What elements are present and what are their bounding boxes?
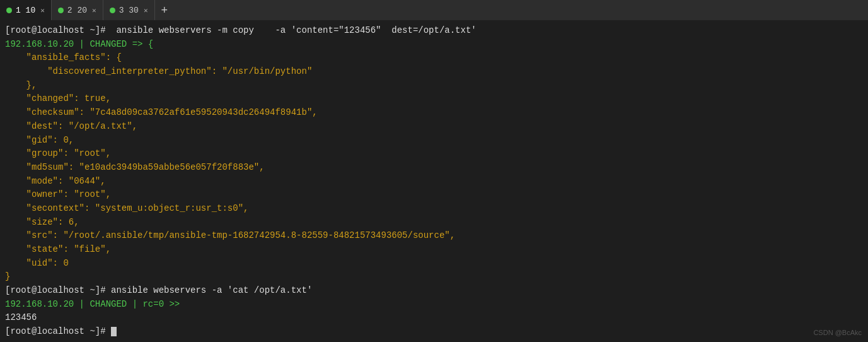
terminal-line: "size": 6, [5,216,863,230]
tab-2-close[interactable]: ✕ [92,6,96,15]
terminal-line: "dest": "/opt/a.txt", [5,120,863,134]
tab-1[interactable]: 1 10 ✕ [0,0,52,20]
tab-2-dot [58,8,64,13]
tab-2-label: 2 20 [67,6,87,15]
terminal-line: }, [5,79,863,93]
terminal-line: [root@localhost ~]# ansible webservers -… [5,284,863,298]
terminal-line: 123456 [5,311,863,325]
terminal: [root@localhost ~]# ansible webservers -… [0,20,868,342]
tab-1-dot [6,8,12,13]
terminal-line: "owner": "root", [5,188,863,202]
terminal-line: "uid": 0 [5,257,863,271]
tab-3-label: 3 30 [119,6,139,15]
cursor [111,327,117,336]
terminal-line: "changed": true, [5,92,863,106]
terminal-line: "src": "/root/.ansible/tmp/ansible-tmp-1… [5,229,863,243]
terminal-line: "group": "root", [5,147,863,161]
terminal-line: "ansible_facts": { [5,51,863,65]
tab-1-close[interactable]: ✕ [40,6,45,15]
terminal-line: "discovered_interpreter_python": "/usr/b… [5,65,863,79]
terminal-line: 192.168.10.20 | CHANGED => { [5,38,863,52]
watermark: CSDN @BcAkc [813,327,862,338]
tab-3-dot [110,8,115,13]
terminal-line: [root@localhost ~]# [5,325,863,339]
tab-1-label: 1 10 [16,6,35,15]
terminal-line: "mode": "0644", [5,175,863,189]
terminal-line: 192.168.10.20 | CHANGED | rc=0 >> [5,298,863,312]
terminal-line: "gid": 0, [5,134,863,148]
tab-2[interactable]: 2 20 ✕ [52,0,103,20]
terminal-line: "secontext": "system_u:object_r:usr_t:s0… [5,202,863,216]
tab-3-close[interactable]: ✕ [144,6,148,15]
terminal-line: [root@localhost ~]# ansible webservers -… [5,24,863,38]
tab-3[interactable]: 3 30 ✕ [103,0,155,20]
terminal-line: "state": "file", [5,243,863,257]
terminal-line: "md5sum": "e10adc3949ba59abbe56e057f20f8… [5,161,863,175]
terminal-line: } [5,270,863,284]
tab-bar: 1 10 ✕ 2 20 ✕ 3 30 ✕ + [0,0,868,20]
terminal-line: "checksum": "7c4a8d09ca3762af61e59520943… [5,106,863,120]
new-tab-button[interactable]: + [155,0,175,20]
